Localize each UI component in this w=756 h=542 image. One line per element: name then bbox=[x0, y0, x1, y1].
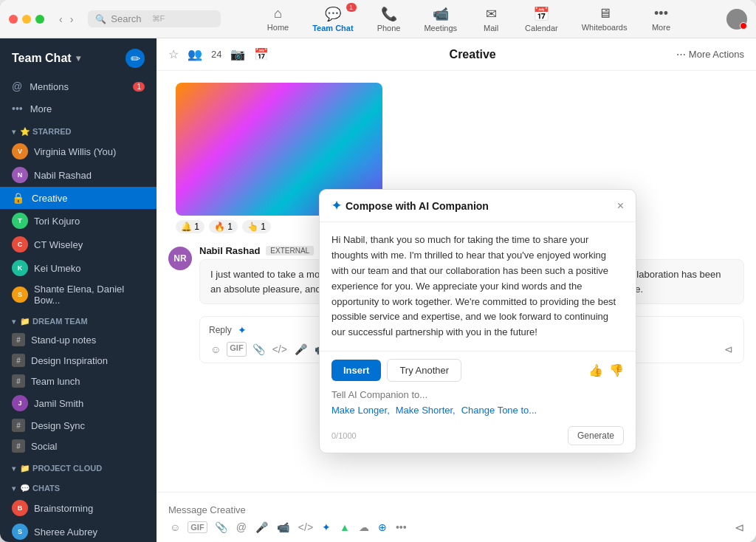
gif-input-btn[interactable]: GIF bbox=[188, 521, 207, 533]
send-btn[interactable]: ⊲ bbox=[735, 521, 744, 535]
emoji-input-btn[interactable]: ☺ bbox=[168, 520, 182, 535]
try-another-btn[interactable]: Try Another bbox=[387, 359, 461, 382]
ai-input-btn[interactable]: ✦ bbox=[320, 520, 332, 535]
social-icon: # bbox=[12, 439, 25, 453]
input-area: ☺ GIF 📎 @ 🎤 📹 </> ✦ ▲ ☁ ⊕ ••• ⊲ bbox=[157, 492, 756, 542]
sidebar-contact-kei[interactable]: K Kei Umeko bbox=[0, 256, 157, 280]
sidebar-space-social[interactable]: # Social bbox=[0, 436, 157, 456]
apps-input-btn[interactable]: ⊕ bbox=[377, 520, 388, 535]
sidebar-space-standup[interactable]: # Stand-up notes bbox=[0, 329, 157, 350]
attach-input-btn[interactable]: 📎 bbox=[213, 520, 229, 535]
sidebar-contact-tori[interactable]: T Tori Kojuro bbox=[0, 209, 157, 233]
generate-btn[interactable]: Generate bbox=[568, 426, 624, 445]
emoji-btn[interactable]: ☺ bbox=[209, 342, 222, 357]
compose-btn[interactable]: ✏ bbox=[126, 49, 145, 68]
star-icon[interactable]: ☆ bbox=[168, 47, 179, 61]
chats-arrow-icon[interactable]: ▾ bbox=[12, 484, 16, 493]
reply-label: Reply bbox=[209, 325, 232, 335]
close-window-btn[interactable] bbox=[9, 15, 18, 24]
change-tone-link[interactable]: Change Tone to... bbox=[461, 405, 537, 416]
reply-ai-icon[interactable]: ✦ bbox=[236, 323, 248, 337]
sidebar-contact-jamil[interactable]: J Jamil Smith bbox=[0, 391, 157, 415]
audio-btn[interactable]: 🎤 bbox=[293, 342, 309, 357]
video-input-btn[interactable]: 📹 bbox=[275, 520, 291, 535]
user-avatar[interactable] bbox=[726, 9, 747, 30]
nav-item-whiteboards[interactable]: 🖥 Whiteboards bbox=[571, 1, 638, 36]
sidebar-contact-ct[interactable]: C CT Wiseley bbox=[0, 233, 157, 256]
thumbs-down-btn[interactable]: 👎 bbox=[609, 363, 624, 377]
cloud-input-btn[interactable]: ☁ bbox=[357, 520, 371, 535]
starred-arrow-icon[interactable]: ▾ bbox=[12, 128, 16, 136]
maximize-window-btn[interactable] bbox=[35, 15, 44, 24]
filter-btn[interactable]: ⊲ bbox=[723, 342, 735, 357]
tori-avatar: T bbox=[12, 213, 28, 229]
brainstorming-label: Brainstorming bbox=[34, 503, 93, 514]
modal-footer: Insert Try Another 👍 👎 Make Longer, bbox=[320, 351, 636, 453]
sidebar-contact-brainstorming[interactable]: B Brainstorming bbox=[0, 496, 157, 520]
minimize-window-btn[interactable] bbox=[22, 15, 31, 24]
more-input-btn[interactable]: ••• bbox=[394, 520, 408, 535]
sidebar-contact-nabil[interactable]: N Nabil Rashad bbox=[0, 163, 157, 187]
traffic-lights bbox=[9, 15, 44, 24]
nav-item-more[interactable]: ••• More bbox=[640, 1, 681, 36]
chat-area: ☆ 👥 24 📷 📅 Creative ⋯ More Actions bbox=[157, 38, 756, 542]
sidebar-contact-sheree[interactable]: S Sheree Aubrey bbox=[0, 520, 157, 542]
sidebar-item-mentions[interactable]: @ Mentions 1 bbox=[0, 75, 157, 97]
creative-label: Creative bbox=[32, 193, 67, 204]
sidebar-contact-shante[interactable]: S Shante Elena, Daniel Bow... bbox=[0, 280, 157, 309]
people-icon[interactable]: 👥 bbox=[188, 47, 202, 61]
drive-input-btn[interactable]: ▲ bbox=[338, 520, 351, 535]
virginia-avatar: V bbox=[12, 143, 28, 159]
nav-label-phone: Phone bbox=[377, 24, 401, 32]
sidebar-contact-virginia[interactable]: V Virginia Willis (You) bbox=[0, 140, 157, 163]
teamchat-icon: 💬 bbox=[325, 6, 341, 22]
dreamteam-arrow-icon[interactable]: ▾ bbox=[12, 318, 16, 326]
insert-btn[interactable]: Insert bbox=[331, 360, 381, 381]
dreamteam-label: 📁 Dream Team bbox=[20, 317, 88, 326]
reaction-fire[interactable]: 🔥 1 bbox=[209, 220, 238, 233]
calendar-add-icon[interactable]: 📅 bbox=[254, 47, 269, 61]
nav-label-meetings: Meetings bbox=[424, 24, 457, 32]
modal-close-btn[interactable]: × bbox=[617, 199, 624, 213]
nav-item-calendar[interactable]: 📅 Calendar bbox=[515, 1, 568, 37]
sidebar-item-creative[interactable]: 🔒 Creative bbox=[0, 187, 157, 209]
virginia-label: Virginia Willis (You) bbox=[34, 146, 116, 157]
nabil-avatar: N bbox=[12, 167, 28, 183]
sidebar-space-designsync[interactable]: # Design Sync bbox=[0, 415, 157, 436]
gif-btn[interactable]: GIF bbox=[227, 342, 246, 357]
lunch-icon: # bbox=[12, 374, 25, 388]
video-icon[interactable]: 📷 bbox=[230, 47, 245, 61]
prompt-input[interactable] bbox=[331, 389, 624, 400]
message-input[interactable] bbox=[168, 500, 744, 520]
member-count: 24 bbox=[211, 49, 221, 60]
make-shorter-link[interactable]: Make Shorter, bbox=[396, 405, 456, 416]
designsync-label: Design Sync bbox=[31, 420, 85, 431]
designsync-icon: # bbox=[12, 419, 25, 432]
attach-btn[interactable]: 📎 bbox=[251, 342, 267, 357]
thumbs-up-btn[interactable]: 👍 bbox=[588, 363, 603, 377]
nav-back-btn[interactable]: ‹ bbox=[56, 12, 66, 27]
sidebar-space-design[interactable]: # Design Inspiration bbox=[0, 350, 157, 371]
nav-item-meetings[interactable]: 📹 Meetings bbox=[413, 1, 467, 37]
projectcloud-arrow-icon[interactable]: ▾ bbox=[12, 464, 16, 473]
nav-item-mail[interactable]: ✉ Mail bbox=[470, 1, 512, 37]
ai-compose-modal: ✦ Compose with AI Companion × Hi Nabil, … bbox=[319, 189, 636, 453]
reaction-point[interactable]: 👆 1 bbox=[242, 220, 271, 233]
audio-input-btn[interactable]: 🎤 bbox=[254, 520, 269, 535]
nav-item-teamchat[interactable]: 💬 1 Team Chat bbox=[302, 1, 363, 37]
sidebar-item-more[interactable]: ••• More bbox=[0, 97, 157, 120]
sidebar-space-lunch[interactable]: # Team lunch bbox=[0, 371, 157, 391]
nav-item-phone[interactable]: 📞 Phone bbox=[367, 1, 411, 37]
make-longer-link[interactable]: Make Longer, bbox=[331, 405, 390, 416]
sidebar-dropdown-icon[interactable]: ▾ bbox=[76, 53, 80, 64]
sidebar-more-label: More bbox=[30, 103, 52, 114]
search-bar[interactable]: 🔍 Search ⌘F bbox=[88, 10, 221, 27]
nav-item-home[interactable]: ⌂ Home bbox=[257, 1, 299, 36]
reaction-bell[interactable]: 🔔 1 bbox=[176, 220, 205, 233]
home-icon: ⌂ bbox=[274, 6, 282, 21]
mention-btn[interactable]: @ bbox=[235, 520, 248, 535]
nav-forward-btn[interactable]: › bbox=[67, 12, 77, 27]
code-btn[interactable]: </> bbox=[271, 342, 289, 357]
more-actions-btn[interactable]: ⋯ More Actions bbox=[676, 49, 744, 60]
code-input-btn[interactable]: </> bbox=[297, 520, 315, 535]
